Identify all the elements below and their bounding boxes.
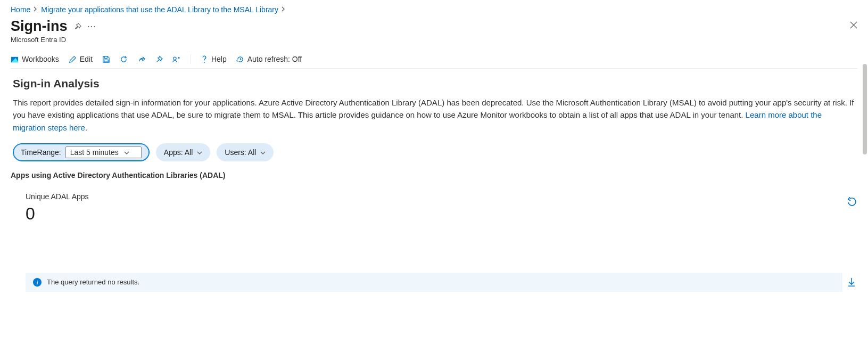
analysis-heading: Sign-in Analysis xyxy=(13,77,855,90)
analysis-body: This report provides detailed sign-in in… xyxy=(13,98,854,119)
breadcrumb-home[interactable]: Home xyxy=(11,5,30,14)
filter-bar: TimeRange: Last 5 minutes Apps: All User… xyxy=(13,143,855,161)
workbooks-icon xyxy=(11,55,19,63)
autorefresh-label: Auto refresh: Off xyxy=(247,55,302,63)
apps-filter[interactable]: Apps: All xyxy=(156,143,210,161)
pencil-icon xyxy=(69,55,77,63)
svg-point-2 xyxy=(173,57,176,60)
page-subtitle: Microsoft Entra ID xyxy=(11,36,857,44)
refresh-button[interactable] xyxy=(120,55,128,63)
refresh-icon xyxy=(120,55,128,63)
command-bar: Workbooks Edit xyxy=(11,49,857,69)
autorefresh-button[interactable]: Auto refresh: Off xyxy=(236,55,302,63)
help-button[interactable]: Help xyxy=(201,55,227,63)
share-icon xyxy=(137,55,145,63)
timerange-label: TimeRange: xyxy=(21,148,61,157)
breadcrumb: Home Migrate your applications that use … xyxy=(11,5,857,14)
apps-filter-label: Apps: All xyxy=(164,148,193,157)
breadcrumb-migrate[interactable]: Migrate your applications that use the A… xyxy=(41,5,278,14)
no-results-banner: i The query returned no results. xyxy=(26,273,842,292)
pin-icon[interactable] xyxy=(74,23,81,30)
chevron-down-icon xyxy=(124,148,129,157)
download-icon[interactable] xyxy=(847,277,856,289)
metric-value: 0 xyxy=(26,204,857,224)
analysis-description: This report provides detailed sign-in in… xyxy=(13,96,855,134)
save-icon xyxy=(102,55,110,63)
edit-label: Edit xyxy=(80,55,93,63)
users-filter-label: Users: All xyxy=(225,148,256,157)
info-icon: i xyxy=(33,278,42,287)
chevron-right-icon xyxy=(282,6,286,13)
pin-icon xyxy=(155,55,163,63)
save-button[interactable] xyxy=(102,55,110,63)
pin-button[interactable] xyxy=(155,55,163,63)
history-icon xyxy=(236,55,244,63)
analysis-period: . xyxy=(85,123,87,132)
workbooks-button[interactable]: Workbooks xyxy=(11,55,59,63)
timerange-value: Last 5 minutes xyxy=(70,148,119,157)
chevron-right-icon xyxy=(34,6,38,13)
svg-point-3 xyxy=(204,62,205,63)
separator xyxy=(191,54,191,64)
page-title: Sign-ins xyxy=(11,18,68,35)
no-results-text: The query returned no results. xyxy=(47,278,139,286)
results-section-label: Apps using Active Directory Authenticati… xyxy=(11,171,857,179)
feedback-button[interactable] xyxy=(172,55,181,63)
feedback-icon xyxy=(172,55,181,63)
timerange-select[interactable]: Last 5 minutes xyxy=(65,146,142,158)
metric-unique-adal-apps: Unique ADAL Apps 0 xyxy=(26,192,857,224)
chevron-down-icon xyxy=(260,148,266,157)
workbooks-label: Workbooks xyxy=(22,55,59,63)
help-icon xyxy=(201,55,208,63)
chevron-down-icon xyxy=(197,148,202,157)
undo-icon[interactable] xyxy=(847,197,856,208)
help-label: Help xyxy=(211,55,227,63)
edit-button[interactable]: Edit xyxy=(69,55,93,63)
users-filter[interactable]: Users: All xyxy=(217,143,274,161)
close-icon[interactable] xyxy=(850,21,857,30)
scrollbar[interactable] xyxy=(863,64,867,154)
timerange-filter[interactable]: TimeRange: Last 5 minutes xyxy=(13,143,150,161)
metric-label: Unique ADAL Apps xyxy=(26,192,857,201)
more-icon[interactable]: ··· xyxy=(88,22,97,30)
share-button[interactable] xyxy=(137,55,145,63)
